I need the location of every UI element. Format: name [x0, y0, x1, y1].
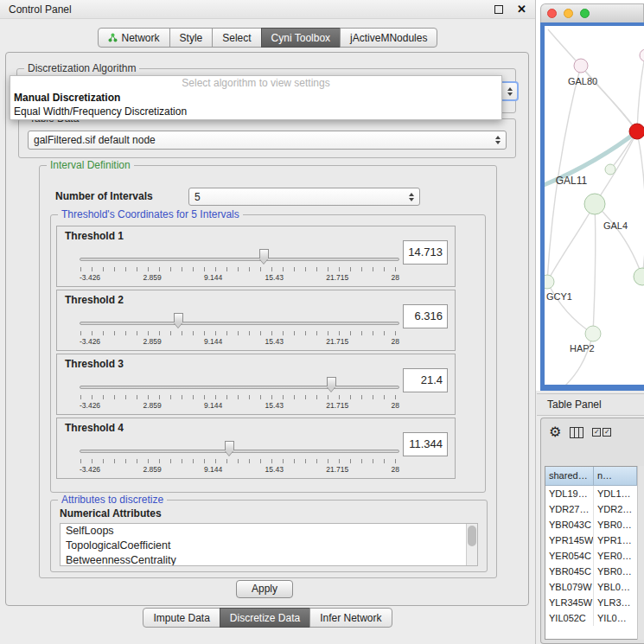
threshold-panels: Threshold 1-3.4262.8599.14415.4321.71528…: [56, 226, 456, 481]
network-canvas[interactable]: GAL80GAGAL11GAL4GCY1HAP2: [545, 26, 644, 385]
slider-thumb-icon[interactable]: [174, 313, 183, 322]
slider-scale: -3.4262.8599.14415.4321.71528: [80, 337, 399, 346]
table-cell: YBL079W: [545, 579, 594, 595]
checkbox-icon[interactable]: ✓: [603, 428, 611, 437]
table-panel-header: Table Panel: [537, 393, 644, 416]
slider-thumb-icon[interactable]: [225, 441, 234, 450]
network-node-label: GCY1: [546, 291, 572, 302]
attribute-item[interactable]: SelfLoops: [61, 524, 477, 539]
control-panel-window: Control Panel ✕ NetworkStyleSelectCyni T…: [0, 0, 536, 644]
tab-impute-data[interactable]: Impute Data: [143, 608, 220, 628]
network-edge[interactable]: [565, 334, 593, 385]
node-table: shared…n… YDL19…YDL1…YDR27…YDR2…YBR043CY…: [545, 466, 638, 640]
scrollbar-thumb[interactable]: [468, 526, 476, 546]
threshold-slider[interactable]: -3.4262.8599.14415.4321.71528: [80, 437, 399, 477]
table-row[interactable]: YLR345WYLR3…: [545, 595, 637, 610]
table-column-header[interactable]: n…: [594, 467, 637, 486]
network-edge[interactable]: [593, 204, 596, 334]
tab-network[interactable]: Network: [98, 28, 170, 48]
network-node[interactable]: [629, 124, 644, 139]
bottom-tab-bar: Impute DataDiscretize DataInfer Network: [0, 608, 535, 628]
scale-label: 2.859: [143, 465, 161, 474]
column-select-icons: ✓ ✓: [592, 428, 611, 437]
scale-label: 15.43: [265, 465, 284, 474]
threshold-value-field[interactable]: 11.344: [403, 432, 448, 456]
table-row[interactable]: YDL19…YDL1…: [545, 486, 637, 501]
num-intervals-combo[interactable]: 5: [188, 188, 420, 206]
table-row[interactable]: YBR045CYBR0…: [545, 564, 637, 579]
zoom-traffic-light-icon[interactable]: [580, 9, 590, 18]
scale-label: 21.715: [326, 273, 348, 282]
tab-label: Infer Network: [320, 612, 381, 624]
network-window-titlebar: [540, 3, 644, 22]
float-window-icon[interactable]: [494, 5, 503, 14]
dropdown-placeholder: Select algorithm to view settings: [10, 76, 501, 91]
list-scrollbar[interactable]: [466, 524, 477, 565]
table-row[interactable]: YDR27…YDR2…: [545, 501, 637, 517]
tab-style[interactable]: Style: [169, 28, 214, 48]
tab-infer-network[interactable]: Infer Network: [309, 608, 392, 628]
network-node[interactable]: [605, 164, 615, 175]
table-data-group: Table Data galFiltered.sif default node: [18, 118, 516, 158]
top-tab-bar: NetworkStyleSelectCyni ToolboxjActiveMNo…: [0, 28, 535, 48]
scale-label: 28: [392, 273, 399, 282]
checkbox-icon[interactable]: ✓: [592, 428, 601, 437]
network-node[interactable]: [640, 49, 644, 61]
threshold-label: Threshold 4: [65, 422, 124, 434]
network-node[interactable]: [574, 59, 588, 73]
dropdown-option-equal-width-frequency-discretization[interactable]: Equal Width/Frequency Discretization: [10, 105, 501, 118]
close-window-icon[interactable]: ✕: [517, 3, 526, 16]
minimize-traffic-light-icon[interactable]: [564, 9, 573, 18]
table-column-header[interactable]: shared…: [545, 467, 594, 486]
network-edge[interactable]: [637, 131, 644, 277]
tab-select[interactable]: Select: [212, 28, 261, 48]
slider-ticks: [80, 331, 399, 335]
threshold-slider[interactable]: -3.4262.8599.14415.4321.71528: [80, 373, 399, 413]
table-row[interactable]: YIL052CYIL0…: [545, 610, 637, 626]
scale-label: 2.859: [143, 273, 161, 282]
slider-thumb-icon[interactable]: [259, 249, 269, 258]
threshold-slider[interactable]: -3.4262.8599.14415.4321.71528: [80, 309, 399, 349]
network-edge[interactable]: [637, 52, 644, 131]
threshold-value-field[interactable]: 6.316: [403, 304, 448, 328]
numerical-attributes-list: SelfLoopsTopologicalCoefficientBetweenne…: [60, 523, 478, 566]
columns-icon[interactable]: [570, 427, 583, 438]
interval-definition-group: Interval Definition Number of Intervals …: [39, 165, 497, 578]
table-row[interactable]: YPR145WYPR1…: [545, 532, 637, 548]
apply-button[interactable]: Apply: [236, 580, 293, 598]
table-header-row: shared…n…: [545, 467, 637, 486]
dropdown-option-manual-discretization[interactable]: Manual Discretization: [10, 91, 501, 105]
network-node[interactable]: [585, 326, 601, 341]
tab-cyni-toolbox[interactable]: Cyni Toolbox: [261, 28, 341, 48]
network-node-label: GAL11: [556, 175, 588, 187]
scale-label: -3.426: [80, 273, 100, 282]
table-row[interactable]: YBL079WYBL0…: [545, 579, 637, 595]
close-traffic-light-icon[interactable]: [547, 9, 557, 18]
table-row[interactable]: YER054CYER0…: [545, 548, 637, 564]
table-scrollbar[interactable]: [637, 466, 644, 640]
network-node[interactable]: [545, 275, 554, 289]
tab-discretize-data[interactable]: Discretize Data: [220, 608, 310, 628]
network-edge[interactable]: [595, 204, 642, 277]
gear-icon[interactable]: ⚙: [549, 425, 561, 439]
network-node[interactable]: [634, 268, 644, 285]
table-data-combo[interactable]: galFiltered.sif default node: [28, 131, 507, 150]
threshold-slider[interactable]: -3.4262.8599.14415.4321.71528: [80, 245, 399, 285]
slider-ticks: [80, 267, 399, 271]
threshold-value-field[interactable]: 14.713: [403, 240, 448, 265]
table-row[interactable]: YBR043CYBR0…: [545, 517, 637, 532]
network-node[interactable]: [584, 194, 605, 214]
attribute-item[interactable]: TopologicalCoefficient: [61, 539, 477, 553]
tab-jactivemnodules[interactable]: jActiveMNodules: [340, 28, 437, 48]
slider-thumb-icon[interactable]: [327, 377, 336, 386]
threshold-value-field[interactable]: 21.4: [403, 368, 448, 392]
network-edge[interactable]: [547, 282, 593, 334]
table-cell: YIL0…: [594, 613, 637, 623]
network-edge[interactable]: [547, 204, 595, 282]
tab-label: Network: [122, 32, 160, 44]
slider-track: [80, 450, 399, 453]
attribute-item[interactable]: BetweennessCentrality: [61, 553, 477, 566]
table-cell: YER0…: [594, 551, 637, 561]
network-node-label: GAL4: [603, 220, 628, 231]
slider-track: [80, 322, 399, 325]
